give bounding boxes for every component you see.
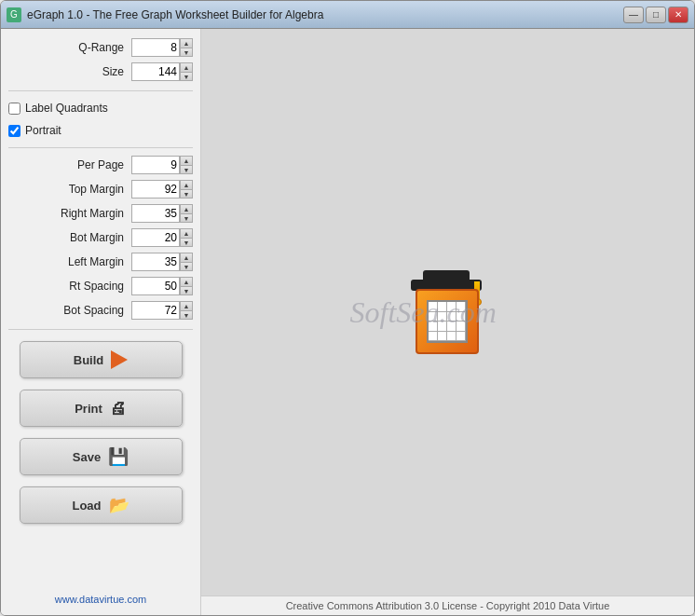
copyright-text: Creative Commons Attribution 3.0 License… [286,600,610,611]
build-arrow-icon [111,350,128,369]
rt-spacing-up[interactable]: ▲ [180,277,193,286]
website-link[interactable]: www.datavirtue.com [55,594,146,605]
load-button[interactable]: Load 📂 [20,486,183,524]
left-margin-row: Left Margin ▲ ▼ [8,253,193,271]
rt-spacing-label: Rt Spacing [8,280,131,293]
title-buttons: — □ ✕ [623,7,688,23]
per-page-row: Per Page ▲ ▼ [8,156,193,174]
top-margin-label: Top Margin [8,183,131,196]
top-margin-input-wrap: ▲ ▼ [131,180,193,198]
print-label: Print [75,402,102,416]
size-spinner: ▲ ▼ [180,62,193,81]
watermark-text: SoftSea.com [350,295,497,330]
left-margin-input[interactable] [131,253,180,271]
rt-spacing-row: Rt Spacing ▲ ▼ [8,277,193,295]
load-icon: 📂 [109,495,129,515]
per-page-input[interactable] [131,156,180,174]
top-margin-down[interactable]: ▼ [180,189,193,198]
q-range-input-wrap: ▲ ▼ [131,38,193,57]
separator-1 [8,90,193,91]
build-button[interactable]: Build [20,341,183,378]
left-panel: Q-Range ▲ ▼ Size ▲ ▼ [1,29,201,615]
top-margin-input[interactable] [131,180,180,198]
right-margin-down[interactable]: ▼ [180,213,193,223]
save-icon: 💾 [108,446,129,467]
close-button[interactable]: ✕ [668,7,688,23]
right-margin-spinner: ▲ ▼ [180,204,193,223]
label-quadrants-row: Label Quadrants [8,99,193,117]
app-icon: G [7,7,21,22]
left-margin-down[interactable]: ▼ [180,262,193,271]
q-range-up[interactable]: ▲ [180,38,193,48]
bot-margin-down[interactable]: ▼ [180,238,193,247]
top-margin-row: Top Margin ▲ ▼ [8,180,193,198]
right-margin-label: Right Margin [8,207,131,220]
save-button[interactable]: Save 💾 [20,438,183,475]
per-page-label: Per Page [8,158,131,171]
right-margin-row: Right Margin ▲ ▼ [8,204,193,223]
bot-spacing-input[interactable] [131,301,180,320]
printer-icon: 🖨 [110,399,127,418]
right-panel: SoftSea.com [201,29,694,615]
size-input[interactable] [131,62,180,81]
bot-margin-input[interactable] [131,228,180,247]
bot-spacing-spinner: ▲ ▼ [180,301,193,320]
portrait-checkbox[interactable] [8,125,20,137]
per-page-input-wrap: ▲ ▼ [131,156,193,174]
separator-3 [8,329,193,330]
q-range-row: Q-Range ▲ ▼ [8,38,193,57]
q-range-spinner: ▲ ▼ [180,38,193,57]
grid-cell [429,332,438,342]
per-page-up[interactable]: ▲ [180,156,193,165]
grid-cell [438,332,447,342]
grid-cell [457,332,466,342]
rt-spacing-spinner: ▲ ▼ [180,277,193,295]
per-page-down[interactable]: ▼ [180,165,193,174]
right-margin-up[interactable]: ▲ [180,204,193,213]
separator-2 [8,147,193,148]
right-margin-input[interactable] [131,204,180,223]
top-margin-spinner: ▲ ▼ [180,180,193,198]
maximize-button[interactable]: □ [646,7,666,23]
title-bar-left: G eGraph 1.0 - The Free Graph Worksheet … [7,7,323,22]
rt-spacing-input[interactable] [131,277,180,295]
rt-spacing-down[interactable]: ▼ [180,286,193,295]
copyright-footer: Creative Commons Attribution 3.0 License… [201,595,694,615]
size-input-wrap: ▲ ▼ [131,62,193,81]
preview-area: SoftSea.com [201,29,694,595]
left-margin-up[interactable]: ▲ [180,253,193,262]
bot-spacing-up[interactable]: ▲ [180,301,193,310]
bot-spacing-label: Bot Spacing [8,304,131,317]
bot-spacing-input-wrap: ▲ ▼ [131,301,193,320]
footer-link-container: www.datavirtue.com [8,587,193,606]
size-down[interactable]: ▼ [180,72,193,81]
label-quadrants-checkbox[interactable] [8,103,20,115]
main-content: Q-Range ▲ ▼ Size ▲ ▼ [1,29,694,615]
print-button[interactable]: Print 🖨 [20,390,183,427]
left-margin-spinner: ▲ ▼ [180,253,193,271]
bot-spacing-row: Bot Spacing ▲ ▼ [8,301,193,320]
window-title: eGraph 1.0 - The Free Graph Worksheet Bu… [27,8,323,21]
load-label: Load [72,499,101,513]
portrait-row: Portrait [8,121,193,140]
watermark-container: SoftSea.com [406,270,490,354]
bot-margin-label: Bot Margin [8,231,131,244]
minimize-button[interactable]: — [623,7,644,23]
q-range-down[interactable]: ▼ [180,48,193,57]
bot-margin-input-wrap: ▲ ▼ [131,228,193,247]
bot-spacing-down[interactable]: ▼ [180,310,193,320]
rt-spacing-input-wrap: ▲ ▼ [131,277,193,295]
build-label: Build [74,353,104,367]
size-up[interactable]: ▲ [180,62,193,72]
main-window: G eGraph 1.0 - The Free Graph Worksheet … [0,0,695,616]
top-margin-up[interactable]: ▲ [180,180,193,189]
bot-margin-up[interactable]: ▲ [180,228,193,238]
portrait-label: Portrait [25,124,61,137]
label-quadrants-label: Label Quadrants [25,102,108,115]
left-margin-label: Left Margin [8,255,131,268]
size-label: Size [8,65,131,78]
title-bar: G eGraph 1.0 - The Free Graph Worksheet … [1,1,694,29]
save-label: Save [73,450,101,464]
left-margin-input-wrap: ▲ ▼ [131,253,193,271]
q-range-input[interactable] [131,38,180,57]
